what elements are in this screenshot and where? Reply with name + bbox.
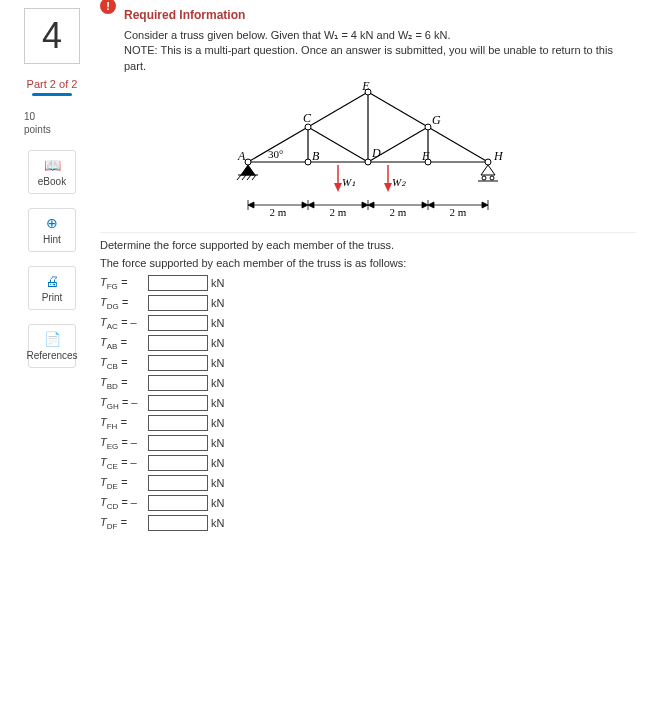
force-label-GH: TGH = – [100,396,148,411]
svg-point-14 [485,159,491,165]
force-row-DE: TDE =kN [100,475,636,491]
force-input-AB[interactable] [148,335,208,351]
force-label-FH: TFH = [100,416,148,431]
force-input-BD[interactable] [148,375,208,391]
force-input-FH[interactable] [148,415,208,431]
fig-d3: 2 m [390,206,407,218]
force-label-CB: TCB = [100,356,148,371]
svg-line-21 [242,175,246,180]
truss-svg: A B C D E F G H 30° W₁ W₂ [208,82,528,222]
force-row-CB: TCB =kN [100,355,636,371]
force-unit-FH: kN [211,417,224,429]
question-number: 4 [24,8,80,64]
force-unit-FG: kN [211,277,224,289]
force-label-AC: TAC = – [100,316,148,331]
ebook-label: eBook [38,176,66,187]
hint-button[interactable]: ⊕ Hint [28,208,76,252]
svg-line-20 [237,175,241,180]
required-info-line1: Consider a truss given below. Given that… [124,28,636,43]
force-label-DF: TDF = [100,516,148,531]
fig-label-G: G [432,113,441,127]
force-input-FG[interactable] [148,275,208,291]
svg-marker-42 [362,202,368,208]
svg-point-25 [482,176,486,180]
svg-marker-18 [241,165,255,175]
force-input-CB[interactable] [148,355,208,371]
ebook-button[interactable]: 📖 eBook [28,150,76,194]
force-input-GH[interactable] [148,395,208,411]
force-unit-AB: kN [211,337,224,349]
fig-d1: 2 m [270,206,287,218]
fig-W2: W₂ [392,176,406,188]
svg-line-4 [428,127,488,162]
svg-marker-47 [428,202,434,208]
force-unit-BD: kN [211,377,224,389]
print-label: Print [42,292,63,303]
force-label-DE: TDE = [100,476,148,491]
fig-d4: 2 m [450,206,467,218]
force-unit-AC: kN [211,317,224,329]
fig-label-C: C [303,111,312,125]
points-value: 10 [24,110,88,123]
force-input-DF[interactable] [148,515,208,531]
force-input-DG[interactable] [148,295,208,311]
force-label-DG: TDG = [100,296,148,311]
force-row-BD: TBD =kN [100,375,636,391]
alert-icon: ! [100,0,116,14]
part-underline [32,93,72,96]
force-label-CE: TCE = – [100,456,148,471]
info-block: ! Required Information Consider a truss … [100,8,636,74]
svg-marker-45 [422,202,428,208]
fig-label-D: D [371,146,381,160]
fig-label-H: H [493,149,504,163]
question-prompt: Determine the force supported by each me… [100,239,636,251]
force-row-DG: TDG =kN [100,295,636,311]
force-input-CE[interactable] [148,455,208,471]
force-label-BD: TBD = [100,376,148,391]
force-row-AB: TAB =kN [100,335,636,351]
force-unit-DF: kN [211,517,224,529]
svg-point-12 [365,159,371,165]
fig-label-F: F [421,149,430,163]
force-row-CD: TCD = –kN [100,495,636,511]
force-label-EG: TEG = – [100,436,148,451]
svg-marker-39 [302,202,308,208]
force-unit-CD: kN [211,497,224,509]
question-lead: The force supported by each member of th… [100,257,636,269]
svg-marker-31 [384,183,392,192]
svg-marker-38 [248,202,254,208]
points-box: 10 points [16,110,88,136]
force-input-EG[interactable] [148,435,208,451]
svg-point-26 [490,176,494,180]
fig-angle: 30° [268,148,283,160]
svg-marker-29 [334,183,342,192]
force-row-GH: TGH = –kN [100,395,636,411]
svg-marker-24 [481,165,495,175]
references-icon: 📄 [44,331,61,347]
print-button[interactable]: 🖨 Print [28,266,76,310]
force-row-FG: TFG =kN [100,275,636,291]
force-unit-CB: kN [211,357,224,369]
force-input-DE[interactable] [148,475,208,491]
book-icon: 📖 [44,157,61,173]
svg-marker-41 [308,202,314,208]
force-label-CD: TCD = – [100,496,148,511]
force-input-AC[interactable] [148,315,208,331]
references-button[interactable]: 📄 References [28,324,76,368]
fig-label-E: E [361,82,370,93]
force-input-CD[interactable] [148,495,208,511]
force-label-AB: TAB = [100,336,148,351]
svg-point-17 [425,124,431,130]
force-row-EG: TEG = –kN [100,435,636,451]
part-indicator: Part 2 of 2 [27,78,78,96]
svg-point-11 [305,159,311,165]
svg-line-22 [247,175,251,180]
hint-label: Hint [43,234,61,245]
references-label: References [26,350,77,361]
required-info-line2: NOTE: This is a multi-part question. Onc… [124,43,636,74]
fig-label-A: A [237,149,246,163]
svg-point-10 [245,159,251,165]
fig-d2: 2 m [330,206,347,218]
truss-figure: A B C D E F G H 30° W₁ W₂ [100,82,636,222]
force-row-AC: TAC = –kN [100,315,636,331]
